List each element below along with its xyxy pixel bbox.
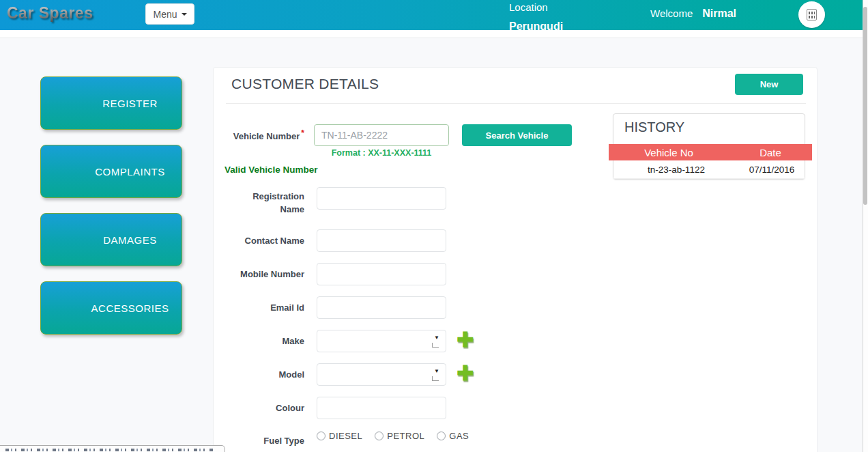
app-root: Car Spares Menu Location Perungudi Welco… <box>0 0 868 452</box>
sidebar-item-label: ACCESSORIES <box>91 302 169 314</box>
history-col-vehicle-no: Vehicle No <box>609 147 729 158</box>
caret-down-icon <box>182 13 187 16</box>
sidebar-item-accessories[interactable]: ACCESSORIES <box>40 281 182 335</box>
sidebar-item-label: DAMAGES <box>103 234 157 246</box>
add-make-button[interactable]: ✚ <box>457 330 477 351</box>
mobile-number-input[interactable] <box>317 263 446 285</box>
colour-input[interactable] <box>317 397 446 419</box>
new-button[interactable]: New <box>735 74 803 95</box>
clipped-status-text <box>5 449 214 451</box>
location-label: Location <box>509 1 548 13</box>
registration-name-input[interactable] <box>317 187 446 210</box>
menu-button-label: Menu <box>153 9 177 20</box>
history-table-row[interactable]: tn-23-ab-1122 07/11/2016 <box>613 160 805 179</box>
location-value: Perungudi <box>509 20 563 33</box>
page-title: CUSTOMER DETAILS <box>231 76 379 92</box>
model-label: Model <box>227 369 304 382</box>
dropdown-arrow-icon: ▼ <box>431 334 442 349</box>
make-select[interactable]: ▼ <box>317 330 446 352</box>
radio-icon <box>437 432 446 440</box>
sidebar-item-damages[interactable]: DAMAGES <box>40 213 182 266</box>
vertical-scrollbar[interactable] <box>863 0 868 452</box>
history-table-header: Vehicle No Date <box>609 144 812 160</box>
menu-button[interactable]: Menu <box>145 3 194 25</box>
required-asterisk: * <box>301 128 304 138</box>
title-divider <box>226 103 806 104</box>
fuel-type-options: DIESEL PETROL GAS <box>317 431 469 441</box>
header-bar: Car Spares Menu Location Perungudi Welco… <box>0 0 863 30</box>
fuel-type-label: Fuel Type <box>227 435 304 448</box>
contact-name-label: Contact Name <box>227 235 304 248</box>
add-model-button[interactable]: ✚ <box>457 364 477 384</box>
browser-status-tooltip <box>0 445 225 452</box>
sidebar-item-complaints[interactable]: COMPLAINTS <box>40 145 182 198</box>
valid-vehicle-message: Valid Vehicle Number <box>225 165 318 175</box>
sidebar-item-label: REGISTER <box>102 98 158 109</box>
profile-avatar[interactable] <box>798 1 825 28</box>
welcome-label: Welcome <box>650 8 693 19</box>
history-title: HISTORY <box>624 119 684 135</box>
sidebar-item-label: COMPLAINTS <box>95 166 165 178</box>
mobile-number-label: Mobile Number <box>227 268 304 281</box>
radio-icon <box>317 432 326 440</box>
colour-label: Colour <box>227 402 304 415</box>
fuel-option-petrol[interactable]: PETROL <box>375 431 424 441</box>
fuel-option-gas[interactable]: GAS <box>437 431 469 441</box>
scrollbar-thumb[interactable] <box>863 7 867 205</box>
sidebar-item-register[interactable]: REGISTER <box>40 76 182 130</box>
registration-name-label: Registration Name <box>227 190 304 216</box>
email-id-input[interactable] <box>317 296 446 319</box>
format-hint: Format : XX-11-XXX-1111 <box>314 148 449 158</box>
app-logo: Car Spares <box>7 4 93 23</box>
header-subbar <box>0 30 863 38</box>
model-select[interactable]: ▼ <box>317 363 446 386</box>
broken-image-icon <box>807 9 817 20</box>
email-id-label: Email Id <box>227 302 304 315</box>
vehicle-number-input[interactable] <box>314 124 449 146</box>
contact-name-input[interactable] <box>317 229 446 252</box>
vehicle-number-label: Vehicle Number* <box>227 128 304 143</box>
make-label: Make <box>227 335 304 348</box>
dropdown-arrow-icon: ▼ <box>431 367 442 382</box>
user-name: Nirmal <box>702 8 736 20</box>
history-vehicle-no: tn-23-ab-1122 <box>613 165 739 175</box>
history-col-date: Date <box>729 147 812 158</box>
search-vehicle-button[interactable]: Search Vehicle <box>462 124 572 146</box>
customer-details-panel: CUSTOMER DETAILS New Vehicle Number* Sea… <box>213 67 818 452</box>
fuel-option-diesel[interactable]: DIESEL <box>317 431 362 441</box>
history-panel: HISTORY Vehicle No Date tn-23-ab-1122 07… <box>613 113 805 180</box>
radio-icon <box>375 432 384 440</box>
welcome-block: Welcome Nirmal <box>650 8 736 20</box>
history-date: 07/11/2016 <box>739 165 805 175</box>
